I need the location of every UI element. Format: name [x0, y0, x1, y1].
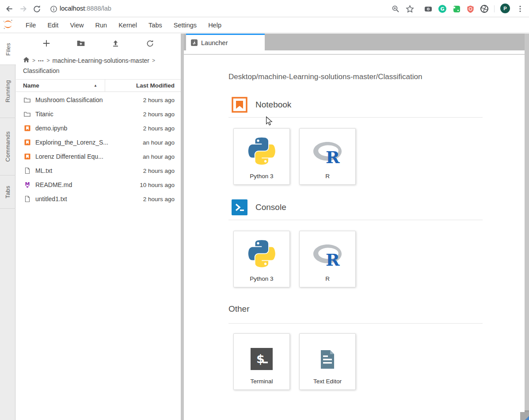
breadcrumb-ellipsis[interactable]: ••• [38, 56, 44, 66]
sort-ascending-icon[interactable]: ▲ [94, 84, 97, 88]
console-cards-row: Python 3 R R [233, 231, 356, 287]
file-name: untitled1.txt [35, 195, 67, 202]
menu-help[interactable]: Help [202, 22, 227, 29]
svg-text:$: $ [256, 352, 265, 366]
table-row[interactable]: M README.md 10 hours ago [16, 178, 181, 192]
section-title: Console [255, 202, 286, 212]
sidebar-tab-label: Files [5, 43, 11, 56]
breadcrumb-parent-folder[interactable]: machine-Learning-solutions-master [53, 56, 149, 66]
browser-window: localhost:8888/lab G P [0, 0, 529, 420]
extension-shield-icon[interactable] [465, 4, 475, 14]
terminal-icon: $ [251, 334, 273, 370]
launcher-card-terminal[interactable]: $ Terminal [233, 333, 290, 390]
launcher-card-console-python3[interactable]: Python 3 [233, 231, 290, 287]
launcher-cwd-title: Desktop/machine-Learning-solutions-maste… [228, 73, 422, 81]
svg-text:G: G [440, 6, 444, 12]
launcher-card-notebook-python3[interactable]: Python 3 [233, 128, 290, 185]
table-row[interactable]: ML.txt 2 hours ago [16, 164, 181, 178]
card-label: Terminal [250, 378, 273, 385]
column-header-modified[interactable]: Last Modified [136, 82, 175, 89]
card-label: R [325, 275, 330, 282]
section-header-console: Console [232, 199, 286, 215]
breadcrumb: > ••• > machine-Learning-solutions-maste… [23, 56, 175, 76]
url-host: localhost [60, 5, 85, 12]
upload-button[interactable] [110, 38, 121, 49]
forward-icon[interactable] [19, 4, 28, 14]
menu-kernel[interactable]: Kernel [113, 22, 143, 29]
panel-splitter[interactable] [181, 34, 184, 420]
back-icon[interactable] [4, 4, 14, 14]
file-name: Exploring_the_Lorenz_S... [35, 139, 108, 146]
section-title: Notebook [255, 100, 291, 110]
file-modified: 10 hours ago [140, 182, 175, 188]
text-file-icon [23, 167, 31, 175]
toolbar-separator [494, 5, 495, 12]
launcher-icon [191, 39, 198, 46]
file-name: Mushroom Classification [35, 96, 103, 103]
sidebar-tab-files[interactable]: Files [0, 34, 16, 65]
browser-menu-icon[interactable] [515, 4, 525, 14]
address-bar[interactable]: localhost:8888/lab [60, 5, 111, 12]
svg-text:R: R [326, 250, 340, 267]
console-icon [232, 199, 247, 215]
file-modified: 2 hours ago [143, 168, 175, 174]
sidebar-tab-commands[interactable]: Commands [0, 118, 15, 176]
zoom-in-icon[interactable] [391, 4, 400, 14]
tab-launcher[interactable]: Launcher [186, 34, 265, 50]
new-folder-button[interactable] [76, 38, 86, 49]
table-row[interactable]: Titanic 2 hours ago [16, 107, 181, 121]
notebook-cards-row: Python 3 R R [233, 128, 356, 185]
file-name: Titanic [35, 111, 53, 118]
text-editor-icon [317, 334, 338, 370]
table-row[interactable]: demo.ipynb 2 hours ago [16, 121, 181, 135]
reload-icon[interactable] [32, 4, 42, 14]
file-name: Lorenz Differential Equ... [35, 153, 103, 160]
table-row[interactable]: Exploring_the_Lorenz_S... an hour ago [16, 135, 181, 149]
notebook-icon [23, 125, 31, 132]
section-title: Other [228, 304, 250, 314]
launcher-card-console-r[interactable]: R R [299, 231, 356, 287]
extension-grammarly-icon[interactable]: G [438, 4, 447, 14]
file-browser-toolbar [16, 34, 181, 53]
table-row[interactable]: untitled1.txt 2 hours ago [16, 192, 181, 206]
folder-icon [23, 111, 31, 118]
launcher-card-texteditor[interactable]: Text Editor [299, 333, 356, 390]
jupyter-menubar: File Edit View Run Kernel Tabs Settings … [0, 18, 529, 33]
site-info-icon[interactable] [49, 4, 58, 14]
url-path: :8888/lab [85, 5, 111, 12]
column-header-name[interactable]: Name [23, 82, 39, 89]
menu-view[interactable]: View [64, 22, 89, 29]
menu-edit[interactable]: Edit [42, 22, 64, 29]
column-divider [105, 80, 105, 92]
extension-evernote-icon[interactable] [452, 4, 461, 14]
home-icon[interactable] [23, 56, 30, 66]
python-icon [248, 129, 275, 165]
refresh-button[interactable] [145, 38, 156, 49]
r-icon: R [312, 231, 343, 267]
extension-swirl-icon[interactable] [480, 4, 489, 14]
table-row[interactable]: Lorenz Differential Equ... an hour ago [16, 149, 181, 164]
extension-camera-icon[interactable] [423, 4, 433, 14]
tab-label: Launcher [201, 39, 228, 46]
profile-avatar[interactable]: P [500, 4, 510, 13]
vertical-scrollbar[interactable] [525, 34, 529, 420]
python-icon [248, 231, 275, 267]
browser-toolbar: localhost:8888/lab G P [0, 0, 529, 17]
file-name: ML.txt [35, 167, 52, 174]
new-launcher-button[interactable] [41, 38, 52, 49]
menu-run[interactable]: Run [90, 22, 113, 29]
sidebar-tab-tabs[interactable]: Tabs [0, 176, 15, 209]
file-list-header: Name ▲ Last Modified [16, 79, 181, 92]
sidebar-tab-running[interactable]: Running [0, 65, 15, 118]
bookmark-star-icon[interactable] [405, 4, 415, 14]
breadcrumb-current-folder: Classification [23, 66, 59, 76]
resize-grip-icon[interactable] [525, 416, 529, 420]
content-area: Files Running Commands Tabs [0, 34, 529, 420]
launcher-card-notebook-r[interactable]: R R [299, 128, 356, 185]
menu-settings[interactable]: Settings [168, 22, 202, 29]
menu-file[interactable]: File [20, 22, 42, 29]
svg-text:M: M [25, 181, 30, 187]
dock-tabbar: Launcher [184, 34, 525, 50]
table-row[interactable]: Mushroom Classification 2 hours ago [16, 93, 181, 107]
menu-tabs[interactable]: Tabs [143, 22, 168, 29]
